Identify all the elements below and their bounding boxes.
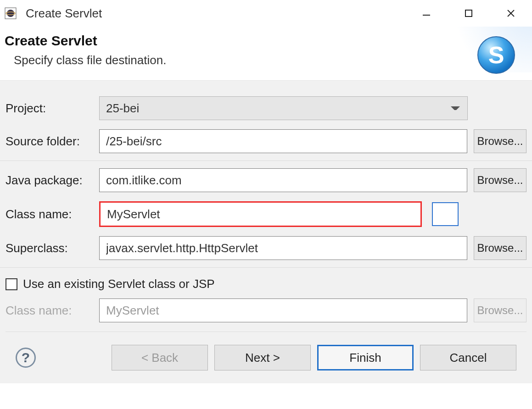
class-name-input[interactable] (101, 203, 420, 226)
cancel-button[interactable]: Cancel (420, 345, 516, 370)
svg-text:S: S (488, 42, 504, 68)
wizard-banner: Create Servlet Specify class file destin… (0, 27, 532, 81)
source-folder-input[interactable] (99, 129, 467, 153)
project-select[interactable]: 25-bei (99, 96, 468, 120)
window-title: Create Servlet (26, 6, 405, 21)
use-existing-label: Use an existing Servlet class or JSP (23, 277, 215, 291)
java-package-row: Java package: Browse... (6, 164, 526, 197)
minimize-button[interactable] (405, 0, 448, 27)
java-package-input[interactable] (99, 168, 467, 192)
class-name-highlight (99, 201, 422, 227)
source-folder-browse-button[interactable]: Browse... (474, 129, 526, 153)
existing-class-name-input: MyServlet (99, 298, 467, 322)
help-icon[interactable]: ? (16, 348, 36, 368)
existing-class-name-row: Class name: MyServlet Browse... (6, 294, 526, 327)
source-folder-row: Source folder: Browse... (6, 125, 526, 158)
superclass-label: Superclass: (6, 241, 93, 255)
servlet-icon: S (476, 35, 516, 75)
class-name-label: Class name: (6, 207, 93, 221)
use-existing-checkbox[interactable] (6, 278, 17, 290)
class-name-focus-box (432, 202, 459, 226)
next-button[interactable]: Next > (214, 345, 311, 370)
titlebar: Create Servlet (0, 0, 532, 27)
svg-rect-4 (465, 10, 472, 17)
superclass-row: Superclass: Browse... (6, 232, 526, 265)
svg-point-1 (7, 10, 14, 17)
window-controls (405, 0, 532, 27)
form-area: Project: 25-bei Source folder: Browse...… (0, 81, 532, 383)
wizard-footer: ? < Back Next > Finish Cancel (6, 332, 526, 383)
superclass-input[interactable] (99, 236, 467, 260)
java-package-browse-button[interactable]: Browse... (474, 168, 526, 192)
close-button[interactable] (490, 0, 532, 27)
superclass-browse-button[interactable]: Browse... (474, 236, 526, 260)
finish-button[interactable]: Finish (317, 345, 414, 370)
back-button: < Back (112, 345, 208, 370)
wizard-subtitle: Specify class file destination. (14, 53, 527, 67)
java-package-label: Java package: (6, 173, 93, 188)
source-folder-label: Source folder: (6, 134, 93, 149)
existing-class-browse-button: Browse... (474, 298, 526, 322)
maximize-button[interactable] (448, 0, 490, 27)
existing-class-name-label: Class name: (6, 304, 93, 318)
class-name-row: Class name: (6, 197, 526, 232)
eclipse-icon (4, 6, 17, 20)
project-label: Project: (6, 101, 93, 116)
project-row: Project: 25-bei (6, 92, 526, 125)
use-existing-row: Use an existing Servlet class or JSP (6, 271, 526, 294)
wizard-heading: Create Servlet (5, 33, 527, 49)
